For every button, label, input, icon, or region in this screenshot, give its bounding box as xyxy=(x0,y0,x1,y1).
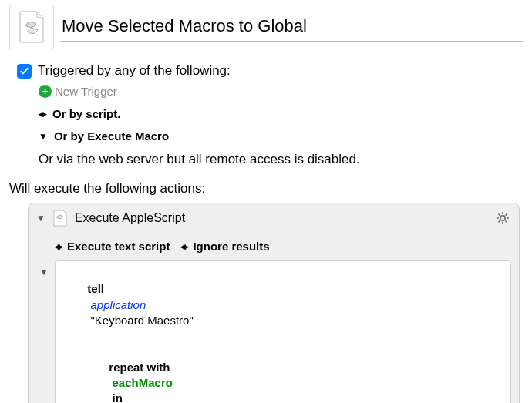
plus-icon: + xyxy=(39,85,52,98)
chevron-down-icon[interactable]: ▼ xyxy=(36,213,45,223)
macro-title-input[interactable] xyxy=(60,13,523,42)
by-script-row[interactable]: ◂▸ Or by script. xyxy=(39,107,523,120)
execute-mode-label: Execute text script xyxy=(67,240,170,253)
triggers-enabled-checkbox[interactable] xyxy=(17,64,32,79)
code-str: "Keyboard Maestro" xyxy=(91,314,194,327)
via-web-label: Or via the web server but all remote acc… xyxy=(39,152,523,167)
script-editor[interactable]: tell application "Keyboard Maestro" repe… xyxy=(55,260,511,403)
chevron-down-icon[interactable]: ▼ xyxy=(39,267,49,277)
triggers-heading: Triggered by any of the following: xyxy=(38,63,231,79)
updown-icon: ◂▸ xyxy=(39,108,45,119)
results-mode-select[interactable]: ◂▸ Ignore results xyxy=(180,240,269,253)
updown-icon: ◂▸ xyxy=(180,240,187,252)
action-title: Execute AppleScript xyxy=(75,211,488,225)
updown-icon: ◂▸ xyxy=(55,240,61,252)
new-trigger-label: New Trigger xyxy=(55,85,117,98)
by-script-label: Or by script. xyxy=(52,107,120,120)
new-trigger-button[interactable]: + New Trigger xyxy=(39,85,523,98)
by-execute-macro-label: Or by Execute Macro xyxy=(54,129,169,143)
code-kw: in xyxy=(113,391,123,403)
svg-point-0 xyxy=(500,216,505,220)
execute-mode-select[interactable]: ◂▸ Execute text script xyxy=(55,240,170,253)
by-execute-macro-row[interactable]: ▼ Or by Execute Macro xyxy=(39,129,523,143)
actions-heading: Will execute the following actions: xyxy=(9,181,523,196)
gear-icon[interactable] xyxy=(494,210,511,227)
results-mode-label: Ignore results xyxy=(193,240,269,253)
macro-document-icon xyxy=(9,5,54,49)
code-var: eachMacro xyxy=(113,376,173,389)
code-class: application xyxy=(91,298,146,311)
code-kw: tell xyxy=(87,282,104,295)
code-kw: repeat with xyxy=(109,361,170,374)
chevron-down-icon: ▼ xyxy=(39,131,48,142)
applescript-icon xyxy=(52,210,69,227)
action-card: ▼ Execute AppleScript ◂▸ Execute text sc… xyxy=(28,203,520,403)
